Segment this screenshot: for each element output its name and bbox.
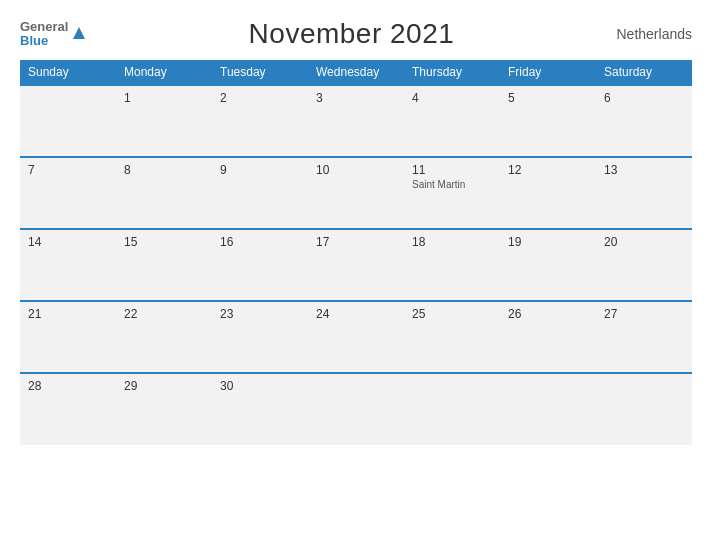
calendar-cell: 29 xyxy=(116,373,212,445)
calendar-cell: 7 xyxy=(20,157,116,229)
event-label: Saint Martin xyxy=(412,179,492,190)
calendar-cell: 15 xyxy=(116,229,212,301)
calendar-cell: 16 xyxy=(212,229,308,301)
logo: General Blue xyxy=(20,20,86,49)
calendar-cell: 21 xyxy=(20,301,116,373)
header-monday: Monday xyxy=(116,60,212,85)
calendar-week-row: 123456 xyxy=(20,85,692,157)
day-number: 5 xyxy=(508,91,588,105)
calendar-cell: 4 xyxy=(404,85,500,157)
header-friday: Friday xyxy=(500,60,596,85)
calendar-cell: 17 xyxy=(308,229,404,301)
day-number: 10 xyxy=(316,163,396,177)
calendar-cell: 13 xyxy=(596,157,692,229)
calendar-cell: 5 xyxy=(500,85,596,157)
calendar-cell xyxy=(404,373,500,445)
calendar-cell: 8 xyxy=(116,157,212,229)
calendar-table: Sunday Monday Tuesday Wednesday Thursday… xyxy=(20,60,692,445)
calendar-week-row: 21222324252627 xyxy=(20,301,692,373)
logo-general-text: General xyxy=(20,20,68,34)
calendar-cell: 19 xyxy=(500,229,596,301)
day-number: 22 xyxy=(124,307,204,321)
day-number: 15 xyxy=(124,235,204,249)
day-number: 1 xyxy=(124,91,204,105)
calendar-cell: 25 xyxy=(404,301,500,373)
day-number: 20 xyxy=(604,235,684,249)
calendar-cell: 11Saint Martin xyxy=(404,157,500,229)
calendar-cell xyxy=(20,85,116,157)
calendar-week-row: 7891011Saint Martin1213 xyxy=(20,157,692,229)
calendar-cell xyxy=(500,373,596,445)
day-number: 7 xyxy=(28,163,108,177)
header-sunday: Sunday xyxy=(20,60,116,85)
day-number: 8 xyxy=(124,163,204,177)
calendar-cell xyxy=(596,373,692,445)
day-number: 6 xyxy=(604,91,684,105)
day-number: 28 xyxy=(28,379,108,393)
header-thursday: Thursday xyxy=(404,60,500,85)
day-number: 16 xyxy=(220,235,300,249)
logo-triangle-icon xyxy=(72,26,86,44)
calendar-cell: 28 xyxy=(20,373,116,445)
day-number: 12 xyxy=(508,163,588,177)
country-label: Netherlands xyxy=(617,26,693,42)
calendar-cell: 22 xyxy=(116,301,212,373)
calendar-week-row: 14151617181920 xyxy=(20,229,692,301)
calendar-cell: 6 xyxy=(596,85,692,157)
calendar-cell: 3 xyxy=(308,85,404,157)
day-number: 9 xyxy=(220,163,300,177)
day-number: 24 xyxy=(316,307,396,321)
day-number: 25 xyxy=(412,307,492,321)
calendar-header: General Blue November 2021 Netherlands xyxy=(20,18,692,50)
calendar-thead: Sunday Monday Tuesday Wednesday Thursday… xyxy=(20,60,692,85)
calendar-container: General Blue November 2021 Netherlands S… xyxy=(0,0,712,550)
calendar-cell: 27 xyxy=(596,301,692,373)
calendar-body: 1234567891011Saint Martin121314151617181… xyxy=(20,85,692,445)
day-number: 26 xyxy=(508,307,588,321)
calendar-cell: 30 xyxy=(212,373,308,445)
day-number: 13 xyxy=(604,163,684,177)
day-number: 19 xyxy=(508,235,588,249)
day-number: 27 xyxy=(604,307,684,321)
logo-text: General Blue xyxy=(20,20,68,49)
day-number: 4 xyxy=(412,91,492,105)
calendar-cell: 23 xyxy=(212,301,308,373)
logo-blue-text: Blue xyxy=(20,34,68,48)
calendar-cell: 12 xyxy=(500,157,596,229)
calendar-cell xyxy=(308,373,404,445)
day-number: 17 xyxy=(316,235,396,249)
calendar-cell: 26 xyxy=(500,301,596,373)
calendar-cell: 14 xyxy=(20,229,116,301)
calendar-week-row: 282930 xyxy=(20,373,692,445)
calendar-cell: 24 xyxy=(308,301,404,373)
weekday-header-row: Sunday Monday Tuesday Wednesday Thursday… xyxy=(20,60,692,85)
day-number: 11 xyxy=(412,163,492,177)
day-number: 18 xyxy=(412,235,492,249)
calendar-cell: 20 xyxy=(596,229,692,301)
calendar-cell: 10 xyxy=(308,157,404,229)
header-saturday: Saturday xyxy=(596,60,692,85)
day-number: 21 xyxy=(28,307,108,321)
svg-marker-0 xyxy=(73,27,85,39)
calendar-cell: 2 xyxy=(212,85,308,157)
day-number: 23 xyxy=(220,307,300,321)
calendar-title: November 2021 xyxy=(249,18,455,50)
calendar-cell: 18 xyxy=(404,229,500,301)
day-number: 29 xyxy=(124,379,204,393)
calendar-cell: 1 xyxy=(116,85,212,157)
calendar-cell: 9 xyxy=(212,157,308,229)
header-tuesday: Tuesday xyxy=(212,60,308,85)
header-wednesday: Wednesday xyxy=(308,60,404,85)
day-number: 14 xyxy=(28,235,108,249)
day-number: 3 xyxy=(316,91,396,105)
day-number: 2 xyxy=(220,91,300,105)
day-number: 30 xyxy=(220,379,300,393)
